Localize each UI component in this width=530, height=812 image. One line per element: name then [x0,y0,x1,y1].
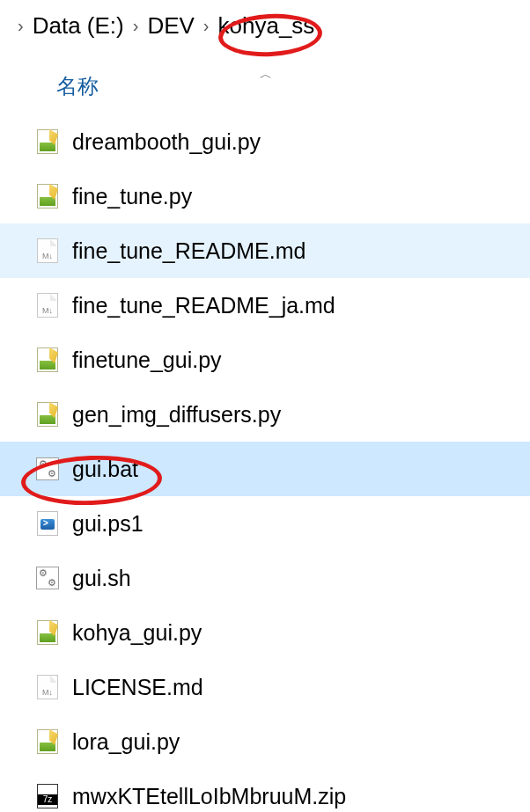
file-name: fine_tune.py [72,184,192,209]
file-name: gui.ps1 [72,511,144,537]
file-name: fine_tune_README_ja.md [72,293,335,318]
py-file-icon [35,729,60,754]
sort-arrow-icon: ︿ [260,67,271,83]
file-row[interactable]: finetune_gui.py [0,333,530,387]
file-row[interactable]: gui.bat [0,442,530,496]
7z-file-icon [35,784,60,808]
file-row[interactable]: gen_img_diffusers.py [0,387,530,442]
ps1-file-icon [35,511,60,536]
file-name: LICENSE.md [72,675,203,700]
file-name: mwxKTEtellLoIbMbruuM.zip [72,784,346,809]
py-file-icon [35,129,60,154]
file-name: finetune_gui.py [72,347,222,373]
file-name: lora_gui.py [72,729,180,755]
file-name: fine_tune_README.md [72,238,305,264]
file-row[interactable]: gui.sh [0,551,530,605]
sh-file-icon [35,566,60,590]
py-file-icon [35,347,60,372]
chevron-right-icon: › [128,16,144,36]
breadcrumb[interactable]: › Data (E:) › DEV › kohya_ss [0,0,530,53]
column-header-row: 名称 ︿ [0,69,530,104]
file-row[interactable]: LICENSE.md [0,660,530,714]
file-row[interactable]: fine_tune_README.md [0,223,530,278]
file-name: kohya_gui.py [72,620,202,646]
file-name: gui.sh [72,566,131,591]
breadcrumb-seg-drive[interactable]: Data (E:) [33,12,124,40]
py-file-icon [35,620,60,645]
file-row[interactable]: fine_tune.py [0,169,530,223]
file-row[interactable]: mwxKTEtellLoIbMbruuM.zip [0,769,530,812]
file-row[interactable]: fine_tune_README_ja.md [0,278,530,333]
file-row[interactable]: dreambooth_gui.py [0,114,530,169]
file-name: dreambooth_gui.py [72,129,261,155]
breadcrumb-seg-dev[interactable]: DEV [147,12,194,40]
file-name: gen_img_diffusers.py [72,402,281,428]
column-header-name[interactable]: 名称 [0,72,99,100]
file-row[interactable]: lora_gui.py [0,714,530,769]
bat-file-icon [35,457,60,481]
chevron-right-icon: › [12,16,29,36]
file-name: gui.bat [72,457,138,482]
md-file-icon [35,293,60,318]
file-list: dreambooth_gui.pyfine_tune.pyfine_tune_R… [0,114,530,812]
breadcrumb-seg-folder[interactable]: kohya_ss [218,12,315,40]
py-file-icon [35,402,60,427]
py-file-icon [35,184,60,208]
file-row[interactable]: gui.ps1 [0,496,530,551]
md-file-icon [35,238,60,263]
md-file-icon [35,675,60,699]
file-row[interactable]: kohya_gui.py [0,605,530,660]
chevron-right-icon: › [198,16,215,36]
